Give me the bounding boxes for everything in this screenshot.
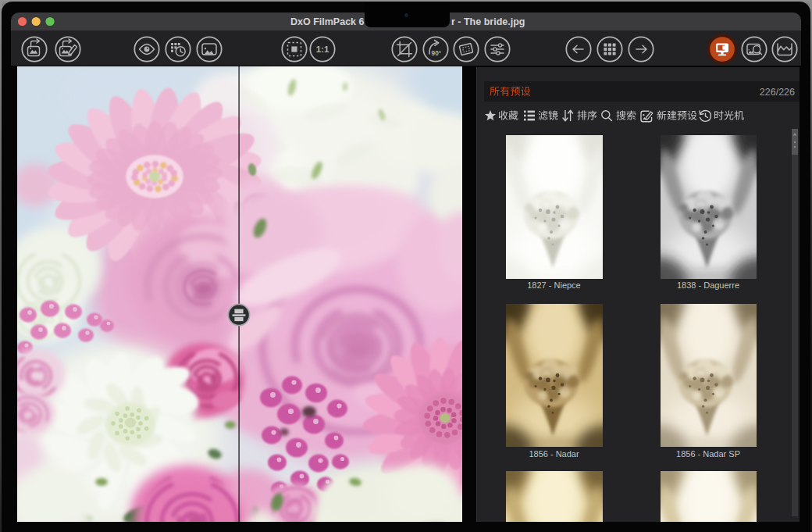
svg-text:1:1: 1:1 (315, 45, 329, 54)
svg-text:90°: 90° (431, 50, 440, 57)
